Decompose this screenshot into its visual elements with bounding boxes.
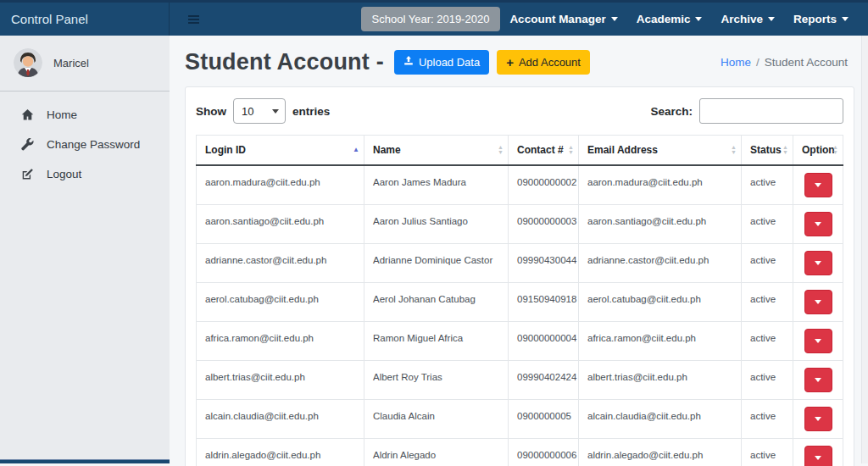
breadcrumb-home-link[interactable]: Home: [721, 56, 751, 69]
cell-name: Aldrin Alegado: [364, 439, 509, 466]
table-row: aaron.santiago@ciit.edu.ph Aaron Julius …: [197, 205, 843, 244]
cell-status: active: [742, 283, 793, 322]
user-panel: Maricel: [0, 36, 170, 89]
cell-login-id: aldrin.alegado@ciit.edu.ph: [197, 439, 364, 466]
cell-status: active: [742, 244, 793, 283]
sidebar-item-logout[interactable]: Logout: [0, 159, 170, 189]
caret-down-icon: [611, 17, 618, 21]
brand-title[interactable]: Control Panel: [0, 3, 170, 36]
page-title: Student Account -: [185, 49, 384, 75]
column-header-status[interactable]: Status ▲▼: [742, 136, 793, 166]
cell-email: aaron.santiago@ciit.edu.ph: [579, 205, 742, 244]
table-row: aaron.madura@ciit.edu.ph Aaron James Mad…: [197, 165, 843, 205]
column-header-contact[interactable]: Contact # ▲▼: [509, 136, 579, 166]
row-options-button[interactable]: [804, 407, 832, 431]
cell-status: active: [742, 439, 793, 466]
row-options-button[interactable]: [804, 368, 832, 392]
cell-contact: 09000000002: [509, 165, 579, 205]
caret-down-icon: [815, 183, 821, 187]
row-options-button[interactable]: [804, 251, 832, 275]
cell-name: Aaron Julius Santiago: [364, 205, 509, 244]
caret-down-icon: [815, 417, 821, 421]
sidebar-item-change-password[interactable]: Change Password: [0, 130, 170, 159]
menu-account-manager[interactable]: Account Manager: [500, 13, 626, 25]
cell-status: active: [742, 361, 793, 400]
column-header-label: Name: [373, 144, 401, 156]
cell-option: [793, 322, 843, 361]
sort-icon: ▲▼: [568, 145, 574, 155]
cell-contact: 0900000005: [509, 400, 579, 439]
vertical-scrollbar[interactable]: [861, 36, 868, 463]
column-header-label: Email Address: [587, 144, 658, 156]
upload-data-button[interactable]: Upload Data: [394, 50, 489, 75]
column-header-name[interactable]: Name ▲▼: [364, 136, 509, 166]
cell-name: Adrianne Dominique Castor: [364, 244, 509, 283]
cell-name: Albert Roy Trias: [364, 361, 509, 400]
menu-account-manager-label: Account Manager: [509, 13, 605, 25]
hamburger-menu-icon[interactable]: [185, 12, 203, 27]
entries-select-value: 10: [242, 105, 253, 118]
upload-data-label: Upload Data: [419, 56, 480, 69]
column-header-label: Contact #: [517, 144, 564, 156]
cell-email: aldrin.alegado@ciit.edu.ph: [579, 439, 742, 466]
column-header-email[interactable]: Email Address ▲▼: [579, 136, 742, 166]
row-options-button[interactable]: [804, 446, 832, 466]
navbar-main: School Year: 2019-2020 Account Manager A…: [170, 3, 868, 36]
cell-option: [793, 361, 843, 400]
cell-option: [793, 205, 843, 244]
caret-down-icon: [842, 17, 849, 21]
cell-status: active: [742, 322, 793, 361]
column-header-login-id[interactable]: Login ID ▲: [197, 136, 364, 166]
upload-icon: [403, 56, 414, 69]
caret-down-icon: [695, 17, 702, 21]
column-header-label: Option: [802, 144, 835, 156]
table-header: Login ID ▲ Name ▲▼ Contact # ▲▼ Email: [197, 136, 843, 166]
caret-down-icon: [815, 300, 821, 304]
main-content: Student Account - Upload Data + Add Acco…: [170, 36, 861, 463]
cell-option: [793, 283, 843, 322]
home-icon: [20, 108, 35, 121]
column-header-option[interactable]: Option ▲▼: [793, 136, 843, 166]
row-options-button[interactable]: [804, 173, 832, 197]
caret-down-icon: [815, 261, 821, 265]
cell-login-id: aerol.catubag@ciit.edu.ph: [197, 283, 364, 322]
cell-status: active: [742, 205, 793, 244]
sidebar: Maricel Home Change Password Logout: [0, 36, 170, 463]
sidebar-divider: [0, 91, 170, 92]
cell-contact: 09000000004: [509, 322, 579, 361]
entries-select[interactable]: 10: [233, 98, 286, 124]
cell-email: albert.trias@ciit.edu.ph: [579, 361, 742, 400]
cell-email: adrianne.castor@ciit.edu.ph: [579, 244, 742, 283]
sidebar-item-home[interactable]: Home: [0, 100, 170, 130]
breadcrumb-separator: /: [756, 56, 760, 69]
caret-down-icon: [272, 109, 279, 114]
sidebar-item-label: Home: [47, 108, 77, 121]
search-input[interactable]: [699, 98, 843, 124]
show-label: Show: [196, 105, 226, 118]
edit-icon: [20, 168, 35, 180]
cell-contact: 09150940918: [509, 283, 579, 322]
entries-label: entries: [292, 105, 330, 118]
row-options-button[interactable]: [804, 329, 832, 353]
menu-academic[interactable]: Academic: [627, 13, 712, 25]
table-row: africa.ramon@ciit.edu.ph Ramon Miguel Af…: [197, 322, 843, 361]
menu-reports[interactable]: Reports: [784, 13, 858, 25]
caret-down-icon: [815, 222, 821, 226]
row-options-button[interactable]: [804, 212, 832, 236]
table-body: aaron.madura@ciit.edu.ph Aaron James Mad…: [197, 165, 843, 466]
sort-icon: ▲▼: [498, 145, 504, 155]
menu-archive[interactable]: Archive: [711, 13, 784, 25]
search-label: Search:: [650, 105, 693, 118]
cell-login-id: africa.ramon@ciit.edu.ph: [197, 322, 364, 361]
school-year-button[interactable]: School Year: 2019-2020: [361, 7, 501, 31]
cell-login-id: aaron.santiago@ciit.edu.ph: [197, 205, 364, 244]
search-control: Search:: [650, 98, 843, 124]
cell-email: alcain.claudia@ciit.edu.ph: [579, 400, 742, 439]
column-header-label: Login ID: [205, 144, 246, 156]
breadcrumb-current: Student Account: [765, 56, 848, 69]
cell-login-id: aaron.madura@ciit.edu.ph: [197, 165, 364, 205]
row-options-button[interactable]: [804, 290, 832, 314]
add-account-button[interactable]: + Add Account: [497, 50, 590, 75]
caret-down-icon: [768, 17, 775, 21]
user-avatar: [14, 48, 42, 77]
